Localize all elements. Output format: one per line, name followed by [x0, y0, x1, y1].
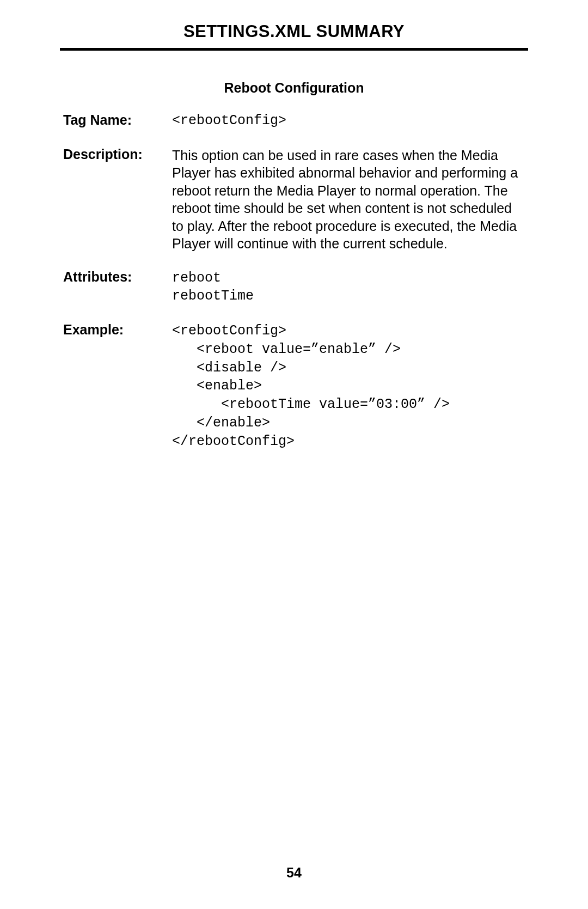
- section-title: Reboot Configuration: [60, 80, 528, 96]
- value-example: <rebootConfig> <reboot value=”enable” />…: [172, 322, 525, 450]
- value-attributes: reboot rebootTime: [172, 269, 525, 306]
- value-description: This option can be used in rare cases wh…: [172, 147, 525, 253]
- row-attributes: Attributes: reboot rebootTime: [63, 269, 525, 306]
- row-example: Example: <rebootConfig> <reboot value=”e…: [63, 322, 525, 450]
- page-title: SETTINGS.XML SUMMARY: [60, 22, 528, 51]
- row-description: Description: This option can be used in …: [63, 147, 525, 253]
- row-tag-name: Tag Name: <rebootConfig>: [63, 112, 525, 130]
- label-example: Example:: [63, 322, 172, 338]
- value-tag-name: <rebootConfig>: [172, 112, 525, 130]
- label-tag-name: Tag Name:: [63, 112, 172, 128]
- content-area: Tag Name: <rebootConfig> Description: Th…: [60, 112, 528, 450]
- label-attributes: Attributes:: [63, 269, 172, 285]
- label-description: Description:: [63, 147, 172, 162]
- page-number: 54: [0, 865, 588, 881]
